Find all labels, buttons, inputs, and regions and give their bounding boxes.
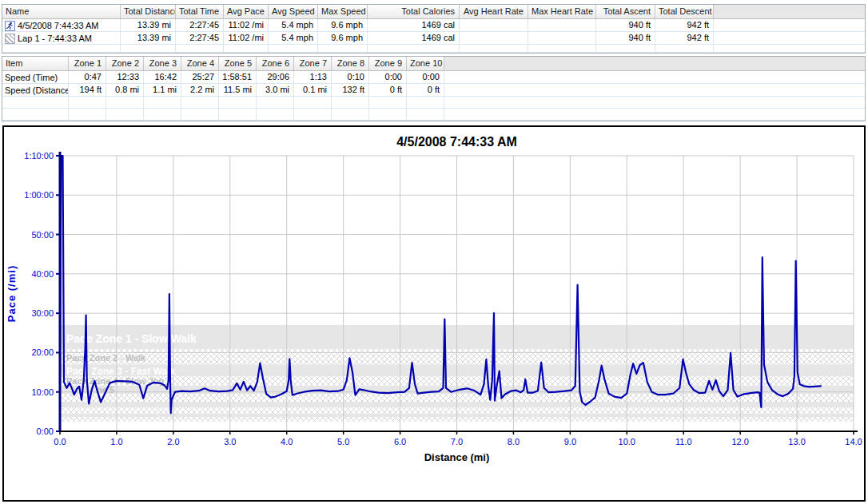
table-row[interactable]: 4/5/2008 7:44:33 AM13.39 mi2:27:4511:02 … [2, 19, 865, 32]
activity-summary-table: NameTotal DistanceTotal TimeAvg PaceAvg … [2, 4, 866, 54]
table-header-row: NameTotal DistanceTotal TimeAvg PaceAvg … [2, 5, 865, 19]
value-cell: 942 ft [655, 32, 714, 44]
x-tick-label: 9.0 [564, 437, 576, 446]
value-cell: 0.1 mi [294, 84, 332, 96]
empty-cell [294, 97, 332, 108]
column-header-filler [444, 57, 865, 70]
pace-chart-panel: 4/5/2008 7:44:33 AMPace Zone 1 - Slow Wa… [2, 125, 866, 502]
table-row[interactable]: Speed (Distance)194 ft0.8 mi1.1 mi2.2 mi… [2, 84, 865, 97]
value-cell: 1469 cal [368, 19, 460, 31]
value-cell: 0:10 [332, 71, 369, 83]
column-header[interactable]: Zone 3 [144, 57, 181, 70]
column-header[interactable]: Zone 5 [219, 57, 257, 70]
empty-cell [2, 97, 69, 108]
x-tick-label: 13.0 [788, 437, 805, 446]
empty-cell [257, 97, 294, 108]
x-tick-label: 4.0 [281, 437, 293, 446]
y-axis-title: Pace (/mi) [6, 265, 18, 322]
column-header[interactable]: Zone 1 [69, 57, 106, 70]
column-header[interactable]: Zone 10 [407, 57, 444, 70]
row-filler [714, 19, 865, 31]
table-row[interactable]: Lap 1 - 7:44:33 AM13.39 mi2:27:4511:02 /… [2, 32, 865, 45]
row-filler [714, 32, 865, 44]
chart-plot-area[interactable] [60, 156, 854, 431]
y-tick-label: 20:00 [31, 347, 54, 357]
value-cell: 0:00 [407, 71, 444, 83]
value-cell: 11:02 /mi [224, 32, 269, 44]
value-cell: 13.39 mi [121, 32, 176, 44]
row-filler [714, 45, 865, 52]
value-cell: 0:00 [369, 71, 407, 83]
empty-cell [369, 109, 407, 120]
x-tick-label: 5.0 [337, 437, 349, 446]
empty-cell [368, 45, 460, 52]
row-name-cell: Lap 1 - 7:44:33 AM [2, 32, 121, 44]
lap-icon [5, 34, 15, 44]
x-tick-label: 0.0 [54, 437, 66, 446]
value-cell [528, 19, 596, 31]
row-filler [444, 97, 865, 108]
empty-cell [181, 109, 219, 120]
column-header[interactable]: Total Distance [121, 5, 176, 18]
empty-cell [407, 109, 444, 120]
x-tick-label: 3.0 [224, 437, 236, 446]
y-tick-label: 1:10:00 [24, 151, 54, 161]
value-cell: 132 ft [332, 84, 369, 96]
empty-cell [144, 97, 181, 108]
column-header[interactable]: Name [2, 5, 121, 18]
column-header[interactable]: Avg Heart Rate [460, 5, 528, 18]
empty-cell [69, 97, 106, 108]
empty-cell [332, 109, 369, 120]
column-header[interactable]: Total Descent [655, 5, 714, 18]
empty-cell [332, 97, 369, 108]
column-header[interactable]: Zone 2 [106, 57, 144, 70]
column-header-filler [714, 5, 865, 18]
column-header[interactable]: Zone 9 [369, 57, 407, 70]
table-row[interactable]: Speed (Time)0:4712:3316:4225:271:58:5129… [2, 71, 865, 84]
column-header[interactable]: Total Time [176, 5, 224, 18]
y-tick-label: 50:00 [31, 230, 54, 240]
y-tick-label: 40:00 [31, 269, 54, 279]
empty-cell [121, 45, 176, 52]
column-header[interactable]: Total Ascent [596, 5, 655, 18]
value-cell [460, 32, 528, 44]
column-header[interactable]: Item [2, 57, 69, 70]
column-header[interactable]: Max Heart Rate [528, 5, 596, 18]
value-cell: 940 ft [596, 32, 655, 44]
row-filler [444, 84, 865, 96]
x-tick-label: 6.0 [394, 437, 406, 446]
x-tick-label: 2.0 [167, 437, 179, 446]
column-header[interactable]: Zone 8 [332, 57, 369, 70]
pace-chart: 4/5/2008 7:44:33 AMPace Zone 1 - Slow Wa… [4, 127, 864, 500]
row-name-cell: Speed (Time) [2, 71, 69, 83]
value-cell [460, 19, 528, 31]
empty-cell [69, 109, 106, 120]
x-tick-label: 14.0 [845, 437, 862, 446]
column-header[interactable]: Zone 6 [257, 57, 294, 70]
row-name: Lap 1 - 7:44:33 AM [18, 34, 92, 43]
value-cell: 25:27 [181, 71, 219, 83]
value-cell: 5.4 mph [269, 32, 318, 44]
column-header[interactable]: Max Speed [318, 5, 368, 18]
column-header[interactable]: Zone 4 [181, 57, 219, 70]
empty-cell [407, 97, 444, 108]
column-header[interactable]: Avg Pace [224, 5, 269, 18]
value-cell: 9.6 mph [318, 32, 368, 44]
value-cell: 1469 cal [368, 32, 460, 44]
column-header[interactable]: Avg Speed [269, 5, 318, 18]
value-cell: 2:27:45 [176, 19, 224, 31]
x-tick-label: 7.0 [451, 437, 463, 446]
x-tick-label: 8.0 [508, 437, 520, 446]
empty-cell [144, 109, 181, 120]
column-header[interactable]: Total Calories [368, 5, 460, 18]
x-tick-label: 11.0 [675, 437, 692, 446]
x-tick-label: 12.0 [731, 437, 748, 446]
column-header[interactable]: Zone 7 [294, 57, 332, 70]
chart-title: 4/5/2008 7:44:33 AM [396, 135, 517, 149]
empty-cell [106, 109, 144, 120]
y-tick-label: 1:00:00 [24, 190, 54, 200]
speed-zones-table: ItemZone 1Zone 2Zone 3Zone 4Zone 5Zone 6… [2, 56, 866, 121]
row-name: Speed (Time) [5, 73, 58, 82]
empty-cell [176, 45, 224, 52]
empty-cell [369, 97, 407, 108]
